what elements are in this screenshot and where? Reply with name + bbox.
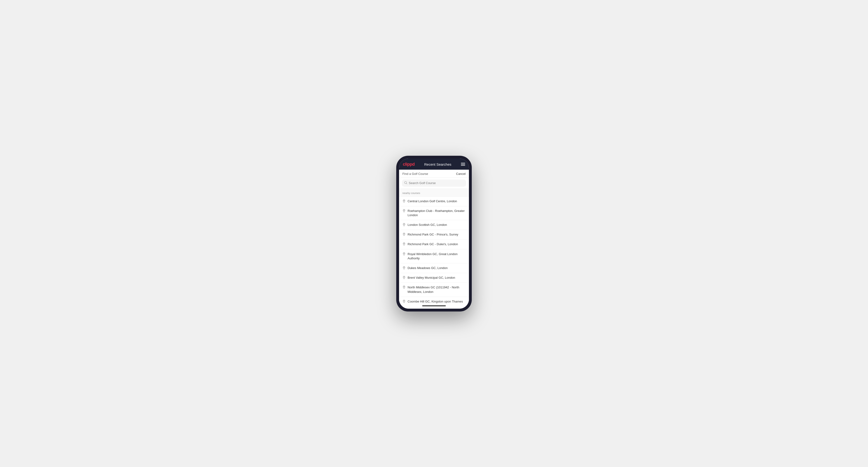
svg-point-6 — [404, 243, 404, 244]
app-title: Recent Searches — [424, 162, 451, 166]
svg-point-8 — [404, 267, 404, 268]
list-item[interactable]: Richmond Park GC - Prince's, Surrey — [399, 230, 469, 240]
location-icon — [402, 242, 406, 246]
search-input[interactable] — [409, 181, 464, 185]
location-icon — [402, 209, 406, 213]
home-indicator — [399, 304, 469, 309]
list-item[interactable]: Coombe Hill GC, Kingston upon Thames — [399, 297, 469, 304]
location-icon — [402, 300, 406, 304]
list-item[interactable]: Richmond Park GC - Duke's, London — [399, 240, 469, 249]
svg-point-4 — [404, 224, 404, 225]
search-icon — [404, 181, 407, 185]
list-item[interactable]: Central London Golf Centre, London — [399, 196, 469, 206]
course-name: Richmond Park GC - Prince's, Surrey — [408, 232, 458, 237]
nearby-header: Nearby courses — [399, 189, 469, 196]
find-label: Find a Golf Course — [402, 172, 428, 176]
search-wrapper — [402, 180, 466, 187]
list-item[interactable]: Brent Valley Municipal GC, London — [399, 273, 469, 283]
course-name: Coombe Hill GC, Kingston upon Thames — [408, 300, 463, 304]
location-icon — [402, 223, 406, 227]
home-bar — [422, 305, 446, 306]
course-list: Central London Golf Centre, London Roeha… — [399, 196, 469, 304]
list-item[interactable]: Dukes Meadows GC, London — [399, 263, 469, 273]
course-name: Central London Golf Centre, London — [408, 199, 457, 204]
course-name: Roehampton Club - Roehampton, Greater Lo… — [408, 209, 466, 217]
list-item[interactable]: Roehampton Club - Roehampton, Greater Lo… — [399, 206, 469, 220]
app-logo: clippd — [403, 162, 415, 167]
list-item[interactable]: North Middlesex GC (1011942 - North Midd… — [399, 283, 469, 297]
course-name: London Scottish GC, London — [408, 223, 447, 227]
location-icon — [402, 276, 406, 280]
list-item[interactable]: London Scottish GC, London — [399, 220, 469, 230]
svg-point-10 — [404, 286, 404, 287]
location-icon — [402, 252, 406, 256]
course-name: Dukes Meadows GC, London — [408, 266, 448, 270]
hamburger-menu-icon[interactable] — [461, 163, 465, 166]
course-name: Richmond Park GC - Duke's, London — [408, 242, 458, 246]
svg-point-9 — [404, 277, 404, 278]
main-content: Find a Golf Course Cancel Nearby — [399, 170, 469, 304]
svg-line-1 — [406, 183, 407, 184]
location-icon — [402, 285, 406, 289]
svg-point-11 — [404, 301, 404, 301]
location-icon — [402, 266, 406, 270]
svg-point-2 — [404, 200, 404, 201]
nearby-section-label: Nearby courses — [402, 192, 420, 194]
app-header: clippd Recent Searches — [399, 159, 469, 170]
find-bar: Find a Golf Course Cancel — [399, 170, 469, 178]
search-container — [399, 178, 469, 189]
course-name: Royal Wimbledon GC, Great London Authori… — [408, 252, 466, 260]
phone-screen: clippd Recent Searches Find a Golf Cours… — [399, 159, 469, 309]
svg-point-5 — [404, 234, 404, 234]
course-name: Brent Valley Municipal GC, London — [408, 276, 455, 280]
location-icon — [402, 199, 406, 204]
list-item[interactable]: Royal Wimbledon GC, Great London Authori… — [399, 249, 469, 263]
phone-frame: clippd Recent Searches Find a Golf Cours… — [396, 156, 472, 311]
cancel-button[interactable]: Cancel — [456, 172, 466, 176]
location-icon — [402, 233, 406, 237]
course-name: North Middlesex GC (1011942 - North Midd… — [408, 285, 466, 294]
svg-point-7 — [404, 253, 404, 254]
svg-point-3 — [404, 210, 404, 211]
